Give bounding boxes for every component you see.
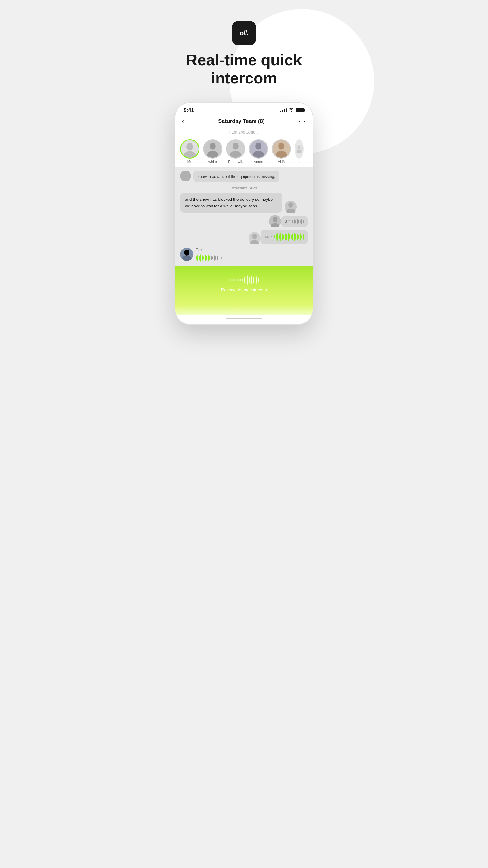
chat-area: know in advance if the equipment is miss… [175, 167, 313, 267]
avatar-item-adam[interactable]: Adam [249, 139, 268, 164]
svg-point-7 [233, 143, 238, 150]
wb [205, 255, 206, 261]
wb [282, 234, 283, 240]
avatar-label-white: white [208, 160, 217, 164]
wb [298, 235, 299, 239]
avatar-item-aha[interactable]: AHA [272, 139, 291, 164]
wb [197, 255, 198, 261]
phone-mockup: 9:41 ‹ S [175, 102, 313, 325]
voice-content-3s: 3 " [281, 216, 308, 227]
wb [288, 233, 289, 241]
avatar-item-white[interactable]: white [203, 139, 222, 164]
prev-avatar [180, 170, 191, 181]
avatars-row: Me white [175, 137, 313, 167]
svg-point-25 [252, 234, 257, 239]
svg-point-16 [298, 146, 300, 149]
iwb [244, 277, 245, 283]
avatar-me [180, 139, 199, 158]
app-icon-symbol: o//. [240, 29, 248, 37]
voice-content-60s: 60 " [261, 230, 308, 244]
wb [277, 233, 278, 241]
wb [211, 255, 212, 260]
wb [209, 256, 210, 260]
svg-point-13 [278, 143, 284, 150]
avatar-white [203, 139, 222, 158]
svg-point-4 [210, 143, 216, 150]
avatar-label-me: Me [187, 160, 193, 164]
iwb [242, 279, 243, 281]
intercom-label: Release to end intercom [221, 287, 267, 292]
avatar-label-adam: Adam [254, 160, 263, 164]
svg-point-17 [297, 150, 301, 153]
iwb [256, 276, 257, 284]
wb [298, 220, 299, 223]
tom-voice-duration: 16 " [220, 256, 227, 260]
tom-row: Tom [180, 248, 308, 263]
wb [200, 254, 201, 261]
voice-message-60s: 60 " [180, 230, 308, 244]
wb [216, 256, 216, 260]
tom-avatar [180, 248, 193, 261]
avatar-item-sr[interactable]: sr [295, 139, 304, 164]
speaking-label: I am speaking... [175, 128, 313, 137]
wb [291, 235, 292, 239]
dot [235, 279, 237, 281]
timestamp: Yesterday 14:28 [180, 186, 308, 190]
app-icon: o//. [232, 21, 256, 45]
iwb [249, 277, 250, 283]
svg-point-28 [184, 250, 190, 255]
tom-content: Tom [196, 248, 227, 263]
wb [295, 234, 296, 240]
wb [301, 219, 302, 224]
wb [196, 256, 197, 260]
wb [203, 256, 204, 259]
signal-bar-3 [284, 110, 285, 113]
wb [214, 255, 215, 261]
prev-message: know in advance if the equipment is miss… [180, 170, 308, 183]
dot [231, 279, 233, 281]
iwb [246, 278, 247, 282]
wb [297, 219, 298, 224]
svg-point-19 [288, 202, 293, 208]
wb [294, 233, 295, 241]
iwb [247, 276, 248, 284]
signal-bar-1 [280, 111, 281, 113]
wb [280, 233, 281, 241]
intercom-area[interactable]: Release to end intercom [175, 267, 313, 315]
wb [213, 256, 213, 259]
svg-point-1 [187, 143, 193, 150]
wb [303, 234, 304, 240]
voice-message-3s: 3 " [180, 215, 308, 227]
avatar-item-peter[interactable]: Peter wil. [226, 139, 245, 164]
home-indicator [175, 315, 313, 324]
avatar-peter [226, 139, 245, 158]
avatar-label-aha: AHA [278, 160, 285, 164]
back-button[interactable]: ‹ [182, 118, 184, 125]
more-button[interactable]: ··· [299, 118, 306, 125]
wb [285, 234, 286, 240]
wb [300, 220, 301, 223]
avatar-adam [249, 139, 268, 158]
msg-avatar-3s [269, 215, 281, 227]
wb [295, 220, 296, 223]
status-time: 9:41 [184, 107, 194, 113]
chat-title: Saturday Team (8) [218, 118, 265, 124]
dot [233, 279, 235, 281]
avatar-item-me[interactable]: Me [180, 139, 199, 164]
avatar-label-peter: Peter wil. [228, 160, 243, 164]
iwb [258, 278, 259, 282]
wb [206, 255, 207, 260]
tom-waveform [196, 254, 218, 261]
iwb [255, 278, 255, 282]
svg-point-10 [255, 143, 261, 150]
wb [286, 234, 287, 240]
dot [238, 279, 239, 281]
app-icon-wrapper: o//. [232, 21, 256, 45]
avatar-sr [295, 139, 304, 158]
wb [301, 236, 302, 239]
intercom-waveform [229, 276, 259, 284]
signal-bar-4 [286, 108, 287, 113]
wb [202, 255, 203, 261]
prev-message-text: know in advance if the equipment is miss… [193, 170, 279, 183]
wb [292, 234, 293, 240]
